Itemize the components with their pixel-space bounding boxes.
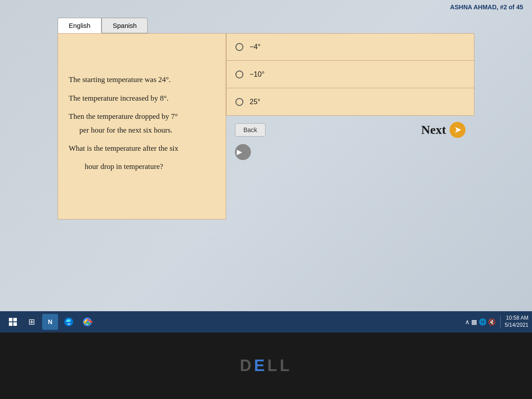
time-display: 10:58 AM	[505, 315, 528, 322]
question-line-4: per hour for the next six hours.	[69, 124, 215, 136]
radio-3[interactable]	[235, 98, 243, 106]
question-line-6: hour drop in temperature?	[69, 160, 215, 172]
user-info: ASHNA AHMAD, #2 of 45	[450, 4, 523, 11]
svg-rect-2	[9, 322, 12, 326]
answer-option-2[interactable]: −10°	[226, 61, 474, 88]
date-display: 5/14/2021	[505, 322, 528, 329]
tab-spanish[interactable]: Spanish	[102, 18, 148, 33]
question-line-5: What is the temperature after the six	[69, 142, 215, 154]
svg-rect-0	[9, 318, 12, 321]
answer-option-3[interactable]: 25°	[226, 88, 474, 116]
answer-label-1: −4°	[250, 43, 261, 51]
next-arrow-icon: ➤	[450, 122, 466, 138]
language-tabs: English Spanish	[58, 18, 148, 33]
dell-logo: DELL	[240, 356, 292, 375]
answers-panel: −4° −10° 25° Back Next ➤ ▶	[226, 33, 474, 162]
radio-2[interactable]	[235, 70, 243, 78]
taskbar: ⊞ N ∧ ▩ 🌐 🔇 10:58 AM 5/14/2021	[0, 311, 532, 332]
taskbar-separator	[500, 316, 501, 328]
question-line-2: The temperature increased by 8°.	[69, 92, 215, 104]
next-label: Next	[421, 123, 446, 137]
answer-option-1[interactable]: −4°	[226, 33, 474, 61]
question-panel: The starting temperature was 24°. The te…	[58, 33, 226, 219]
audio-button[interactable]: ▶	[235, 144, 251, 160]
taskbar-icon-notepad[interactable]: N	[42, 314, 58, 330]
content-area: The starting temperature was 24°. The te…	[58, 33, 474, 219]
question-line-1: The starting temperature was 24°.	[69, 74, 215, 86]
caret-icon: ∧	[465, 318, 469, 325]
volume-icon: 🔇	[488, 318, 496, 325]
taskbar-icon-edge[interactable]	[61, 314, 77, 330]
tab-english[interactable]: English	[58, 18, 102, 33]
svg-rect-3	[13, 322, 17, 326]
nav-row: Back Next ➤	[226, 117, 474, 142]
next-button[interactable]: Next ➤	[421, 122, 466, 138]
back-button[interactable]: Back	[235, 123, 266, 137]
taskbar-icon-chrome[interactable]	[79, 314, 95, 330]
taskbar-icon-windows[interactable]	[5, 314, 21, 330]
user-label: ASHNA AHMAD, #2 of 45	[450, 4, 523, 11]
question-line-3: Then the temperature dropped by 7°	[69, 110, 215, 122]
speaker-icon: ▶	[237, 148, 249, 157]
taskbar-right: ∧ ▩ 🌐 🔇 10:58 AM 5/14/2021	[465, 315, 528, 329]
answer-label-3: 25°	[250, 98, 260, 106]
monitor-icon: ▩	[471, 318, 477, 325]
radio-1[interactable]	[235, 43, 243, 51]
audio-row: ▶	[226, 142, 474, 162]
svg-rect-1	[13, 318, 17, 321]
taskbar-icon-search[interactable]: ⊞	[23, 314, 39, 330]
answer-label-2: −10°	[250, 70, 265, 78]
taskbar-time: 10:58 AM 5/14/2021	[505, 315, 528, 329]
bottom-section: DELL	[0, 332, 532, 399]
taskbar-system-icons: ∧ ▩ 🌐 🔇	[465, 318, 496, 325]
network-icon: 🌐	[479, 318, 486, 325]
